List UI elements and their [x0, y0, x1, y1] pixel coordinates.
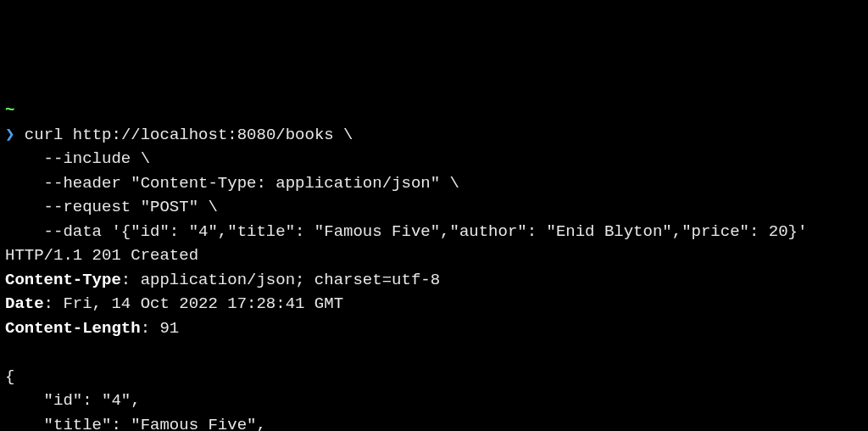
- command-line-4: --request "POST" \: [5, 198, 218, 216]
- header-date-key: Date: [5, 294, 44, 313]
- terminal-output: ~ ❯ curl http://localhost:8080/books \ -…: [5, 98, 863, 431]
- command-line-1: curl http://localhost:8080/books \: [25, 126, 353, 144]
- prompt-symbol: ❯: [5, 126, 14, 144]
- command-line-5: --data '{"id": "4","title": "Famous Five…: [5, 222, 807, 241]
- command-line-3: --header "Content-Type: application/json…: [5, 174, 459, 193]
- header-content-type-key: Content-Type: [5, 271, 121, 289]
- json-body-line-2: "title": "Famous Five",: [5, 416, 266, 432]
- header-date-val: : Fri, 14 Oct 2022 17:28:41 GMT: [44, 294, 343, 313]
- header-content-length-val: : 91: [141, 319, 180, 338]
- json-body-line-1: "id": "4",: [5, 391, 141, 410]
- json-body-open: {: [5, 367, 14, 386]
- header-content-type-val: : application/json; charset=utf-8: [121, 271, 440, 289]
- header-content-length-key: Content-Length: [5, 319, 141, 338]
- http-status-line: HTTP/1.1 201 Created: [5, 246, 198, 265]
- tilde-prompt: ~: [5, 101, 14, 120]
- command-line-2: --include \: [5, 149, 150, 168]
